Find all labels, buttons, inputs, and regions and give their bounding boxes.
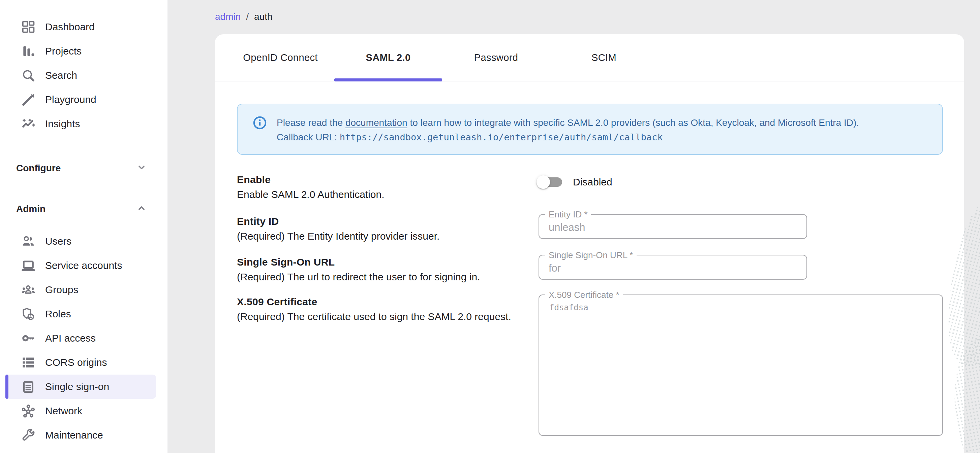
certificate-field-label: X.509 Certificate *	[545, 290, 623, 299]
enable-row: Enable Enable SAML 2.0 Authentication. D…	[237, 172, 943, 202]
sidebar-item-label: Groups	[45, 284, 78, 296]
entity-id-fieldbox: Entity ID *	[539, 214, 807, 239]
tab-saml[interactable]: SAML 2.0	[334, 34, 442, 81]
sidebar-item-label: Single sign-on	[45, 381, 109, 393]
sso-url-fieldbox: Single Sign-On URL *	[539, 255, 807, 280]
chevron-down-icon	[136, 162, 147, 175]
search-icon	[21, 68, 36, 83]
groups-icon	[21, 282, 36, 297]
sidebar-section-configure[interactable]: Configure	[0, 156, 167, 181]
sidebar-item-network[interactable]: Network	[0, 399, 167, 423]
playground-icon	[21, 92, 36, 107]
dashboard-icon	[21, 19, 36, 34]
alert-text-after: to learn how to integrate with specific …	[407, 117, 859, 128]
entity-id-info: Entity ID (Required) The Entity Identity…	[237, 214, 539, 244]
users-icon	[21, 234, 36, 249]
certificate-control: X.509 Certificate * fdsafdsa	[539, 295, 943, 436]
certificate-fieldbox: X.509 Certificate * fdsafdsa	[539, 295, 943, 436]
sidebar-item-service-accounts[interactable]: Service accounts	[0, 253, 167, 278]
projects-icon	[21, 44, 36, 59]
info-icon	[252, 116, 267, 144]
entity-id-row: Entity ID (Required) The Entity Identity…	[237, 214, 943, 244]
sidebar-item-label: Playground	[45, 94, 96, 105]
enable-description: Enable SAML 2.0 Authentication.	[237, 187, 522, 202]
sidebar-item-label: CORS origins	[45, 357, 107, 368]
sso-url-row: Single Sign-On URL (Required) The url to…	[237, 255, 943, 284]
sidebar-item-playground[interactable]: Playground	[0, 87, 167, 112]
breadcrumb-current: auth	[254, 10, 273, 24]
sidebar-section-label: Configure	[16, 163, 60, 174]
auth-tabbar: OpenID Connect SAML 2.0 Password SCIM	[215, 34, 964, 81]
sidebar-item-label: API access	[45, 333, 96, 344]
sidebar-item-cors-origins[interactable]: CORS origins	[0, 350, 167, 375]
sidebar-section-label: Admin	[16, 204, 46, 214]
clipboard-icon	[21, 379, 36, 394]
wrench-icon	[21, 428, 36, 443]
insights-icon	[21, 116, 36, 131]
sidebar-section-admin[interactable]: Admin	[0, 197, 167, 221]
certificate-info: X.509 Certificate (Required) The certifi…	[237, 295, 539, 436]
sidebar-item-dashboard[interactable]: Dashboard	[0, 15, 167, 39]
sidebar-item-label: Maintenance	[45, 429, 103, 441]
sso-url-info: Single Sign-On URL (Required) The url to…	[237, 255, 539, 284]
sidebar-item-search[interactable]: Search	[0, 63, 167, 87]
sidebar-item-maintenance[interactable]: Maintenance	[0, 423, 167, 447]
active-tab-indicator	[334, 78, 442, 81]
tab-password[interactable]: Password	[442, 34, 550, 81]
entity-id-control: Entity ID *	[539, 214, 943, 244]
info-alert: Please read the documentation to learn h…	[237, 104, 943, 155]
auth-settings-card: OpenID Connect SAML 2.0 Password SCIM Pl…	[215, 34, 964, 453]
entity-id-field-label: Entity ID *	[545, 210, 591, 219]
enable-label: Enable	[237, 172, 522, 187]
sidebar-item-insights[interactable]: Insights	[0, 112, 167, 136]
sidebar-item-api-access[interactable]: API access	[0, 326, 167, 350]
certificate-textarea[interactable]: fdsafdsa	[539, 295, 942, 435]
sidebar-item-roles[interactable]: Roles	[0, 302, 167, 326]
sso-url-control: Single Sign-On URL *	[539, 255, 943, 284]
toggle-state-label: Disabled	[573, 176, 612, 188]
sidebar-item-label: Insights	[45, 118, 80, 130]
shield-person-icon	[21, 307, 36, 322]
entity-id-description: (Required) The Entity Identity provider …	[237, 229, 522, 244]
callback-url-value: https://sandbox.getunleash.io/enterprise…	[340, 132, 663, 143]
sso-url-label: Single Sign-On URL	[237, 255, 522, 269]
sidebar-admin-list: Users Service accounts Groups Roles API …	[0, 229, 167, 447]
saml-tab-content: Please read the documentation to learn h…	[215, 104, 964, 436]
sidebar-item-label: Dashboard	[45, 21, 95, 33]
hub-icon	[21, 404, 36, 418]
sidebar-item-label: Users	[45, 236, 72, 247]
sidebar-item-projects[interactable]: Projects	[0, 39, 167, 63]
info-alert-text: Please read the documentation to learn h…	[277, 116, 859, 144]
breadcrumb: admin / auth	[167, 0, 980, 24]
callback-url-label: Callback URL:	[277, 132, 340, 143]
sidebar-item-groups[interactable]: Groups	[0, 278, 167, 302]
enable-toggle-wrap: Disabled	[539, 176, 943, 188]
sidebar: Dashboard Projects Search Playground Ins…	[0, 0, 167, 453]
enable-control: Disabled	[539, 172, 943, 202]
documentation-link[interactable]: documentation	[345, 117, 407, 128]
laptop-icon	[21, 258, 36, 273]
enable-info: Enable Enable SAML 2.0 Authentication.	[237, 172, 539, 202]
tab-openid-connect[interactable]: OpenID Connect	[226, 34, 334, 81]
sidebar-item-single-sign-on[interactable]: Single sign-on	[5, 375, 156, 399]
main-content: admin / auth OpenID Connect SAML 2.0 Pas…	[167, 0, 980, 453]
sso-url-description: (Required) The url to redirect the user …	[237, 269, 522, 284]
server-rows-icon	[21, 355, 36, 370]
toggle-thumb	[536, 175, 550, 189]
entity-id-label: Entity ID	[237, 214, 522, 229]
certificate-row: X.509 Certificate (Required) The certifi…	[237, 295, 943, 436]
sidebar-item-label: Search	[45, 70, 77, 81]
alert-text-before: Please read the	[277, 117, 345, 128]
sidebar-item-users[interactable]: Users	[0, 229, 167, 253]
sidebar-item-label: Network	[45, 405, 82, 417]
sidebar-item-label: Roles	[45, 308, 71, 320]
sidebar-item-label: Projects	[45, 46, 81, 57]
sidebar-primary-list: Dashboard Projects Search Playground Ins…	[0, 0, 167, 136]
enable-toggle[interactable]	[539, 177, 562, 187]
breadcrumb-separator: /	[246, 10, 249, 24]
chevron-up-icon	[136, 202, 147, 216]
certificate-description: (Required) The certificate used to sign …	[237, 309, 522, 324]
breadcrumb-admin-link[interactable]: admin	[215, 10, 240, 24]
sidebar-item-label: Service accounts	[45, 260, 122, 271]
tab-scim[interactable]: SCIM	[550, 34, 658, 81]
